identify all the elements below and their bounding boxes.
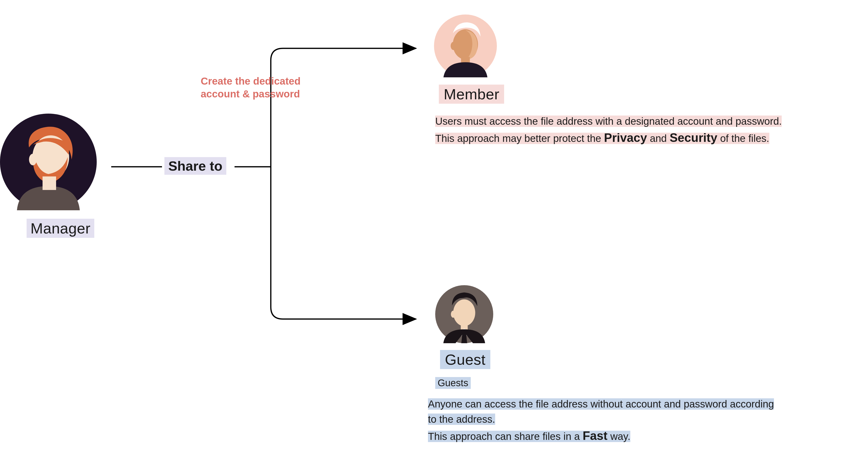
- guest-desc-line1: Anyone can access the file address witho…: [428, 398, 774, 410]
- svg-point-13: [451, 311, 456, 318]
- annotation-line-2: account & password: [201, 88, 301, 101]
- svg-point-5: [29, 154, 37, 165]
- svg-point-9: [451, 42, 456, 50]
- svg-rect-6: [42, 176, 56, 190]
- annotation-line-1: Create the dedicated: [201, 75, 301, 88]
- guest-label: Guest: [440, 350, 490, 369]
- member-desc-line2: This approach may better protect the Pri…: [435, 133, 769, 144]
- dedicated-account-annotation: Create the dedicated account & password: [201, 75, 301, 100]
- guest-description: Anyone can access the file address witho…: [428, 396, 846, 445]
- member-desc-line1: Users must access the file address with …: [435, 116, 782, 127]
- member-avatar-icon: [434, 14, 497, 77]
- guest-desc-line2: This approach can share files in a Fast …: [428, 431, 630, 442]
- manager-avatar-icon: [0, 114, 97, 210]
- manager-label: Manager: [27, 219, 94, 238]
- member-description: Users must access the file address with …: [435, 114, 841, 147]
- svg-point-12: [453, 299, 475, 326]
- member-label: Member: [439, 85, 504, 104]
- guest-subtitle: Guests: [435, 377, 471, 389]
- guest-avatar-icon: [435, 285, 493, 343]
- guest-desc-line1b: to the address.: [428, 414, 495, 425]
- share-to-label: Share to: [164, 157, 226, 175]
